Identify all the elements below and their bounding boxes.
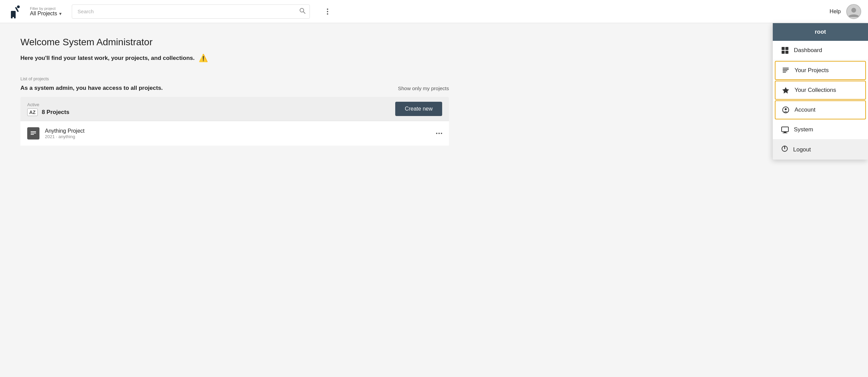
logout-button[interactable]: Logout [773,140,868,160]
az-sort-icon[interactable]: AZ [27,109,38,116]
svg-line-6 [303,12,305,14]
admin-message-row: As a system admin, you have access to al… [20,85,449,92]
dropdown-username: root [773,23,868,41]
dropdown-item-dashboard[interactable]: Dashboard [773,41,868,60]
avatar[interactable] [846,4,861,19]
user-dropdown-menu: root Dashboard ➔ Your Projects ➔ [773,23,868,160]
svg-rect-11 [782,47,785,50]
logout-icon [781,145,788,154]
dropdown-item-your-projects[interactable]: ➔ Your Projects [775,61,866,80]
welcome-subtitle: Here you'll find your latest work, your … [20,54,449,63]
project-list-item: Anything Project 2021 · anything [20,121,449,146]
project-info: Anything Project 2021 · anything [45,128,431,139]
show-my-projects-button[interactable]: Show only my projects [398,85,449,91]
project-more-button[interactable] [436,133,442,134]
svg-rect-22 [782,127,788,132]
system-icon [781,126,789,134]
dropdown-item-system[interactable]: System [773,120,868,140]
more-options-button[interactable] [322,6,333,17]
dashboard-label: Dashboard [794,47,822,54]
app-logo [7,3,23,20]
welcome-title: Welcome System Administrator [20,37,449,48]
main-content: Welcome System Administrator Here you'll… [0,23,469,159]
svg-rect-8 [31,131,36,132]
svg-rect-24 [783,133,787,133]
svg-rect-23 [784,132,786,133]
collections-icon [782,86,790,94]
projects-bar: Active AZ 8 Projects Create new [20,97,449,121]
svg-rect-15 [783,68,789,68]
projects-icon [782,66,790,75]
svg-rect-18 [783,72,786,72]
your-projects-label: Your Projects [795,67,829,74]
svg-rect-9 [31,133,36,133]
system-label: System [794,126,813,133]
svg-marker-19 [782,87,789,94]
projects-count: 8 Projects [42,109,69,116]
project-icon [27,127,39,140]
svg-rect-14 [785,51,788,54]
help-button[interactable]: Help [830,9,841,15]
svg-point-21 [785,108,787,110]
svg-rect-12 [785,47,788,50]
search-icon-button[interactable] [299,7,306,16]
svg-rect-13 [782,51,785,54]
create-new-button[interactable]: Create new [395,102,442,116]
search-bar [72,4,310,19]
filter-value: All Projects ▾ [30,11,62,17]
dashboard-icon [781,46,789,54]
dropdown-item-account[interactable]: ➔ Account [775,100,866,119]
svg-rect-3 [11,16,13,18]
project-filter[interactable]: Filter by project All Projects ▾ [30,6,62,17]
project-subtitle: 2021 · anything [45,134,431,139]
list-label: List of projects [20,76,449,81]
svg-point-2 [17,5,20,8]
svg-rect-16 [783,69,789,70]
admin-message: As a system admin, you have access to al… [20,85,163,92]
svg-rect-0 [11,11,16,17]
search-input[interactable] [72,4,310,19]
warning-icon: ⚠️ [199,54,208,63]
svg-rect-4 [14,16,16,18]
svg-point-7 [851,8,856,13]
account-icon [782,106,790,114]
project-name: Anything Project [45,128,431,134]
dropdown-item-your-collections[interactable]: ➔ Your Collections [775,81,866,100]
account-label: Account [795,106,815,113]
active-label: Active [27,102,69,107]
filter-label: Filter by project [30,6,62,11]
chevron-down-icon: ▾ [59,11,62,16]
your-collections-label: Your Collections [795,87,836,94]
logout-label: Logout [793,146,811,153]
svg-rect-17 [783,70,787,71]
svg-rect-10 [31,134,34,135]
header: Filter by project All Projects ▾ Help [0,0,868,23]
